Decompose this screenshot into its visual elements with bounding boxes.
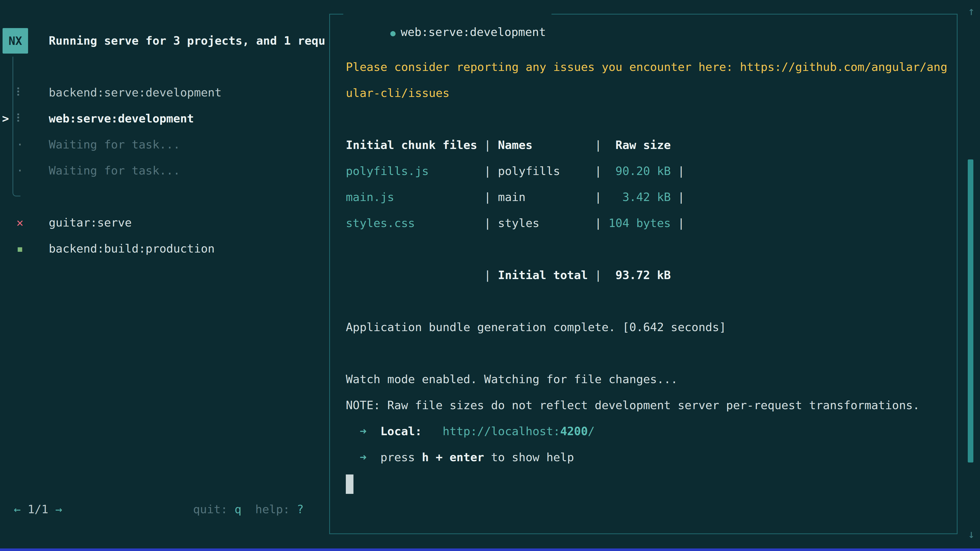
terminal-line: | Initial total | 93.72 kB [346,262,947,288]
text-segment: Please consider reporting any issues you… [346,60,947,74]
text-segment: Raw size [609,138,671,152]
text-segment: 4200 [560,424,588,438]
text-segment: main.js [346,190,484,204]
text-segment: | [595,164,608,178]
text-segment: help: [242,503,297,516]
text-segment: | [484,190,498,204]
text-segment [346,268,484,282]
text-segment: | [595,216,608,230]
output-panel: ●web:serve:development Please consider r… [329,14,958,534]
help-hints: quit: q help: ? [193,503,304,516]
task-label: backend:build:production [49,242,215,256]
text-segment: | [595,138,608,152]
success-icon: ▪ [14,236,25,262]
task-row[interactable]: ·Waiting for task... [0,132,327,158]
bottom-edge-strip [0,548,980,551]
task-row[interactable]: ·Waiting for task... [0,158,327,184]
text-segment [366,451,380,464]
completed-task-list: ✕guitar:serve▪backend:build:production [0,210,327,262]
terminal-line: ➜ press h + enter to show help [346,445,947,470]
text-segment [422,424,442,438]
text-segment: 104 bytes [609,216,671,230]
text-segment: ? [297,503,304,516]
terminal-line: Application bundle generation complete. … [346,314,947,340]
terminal-line: ular-cli/issues [346,80,947,106]
task-label: Waiting for task... [49,164,180,177]
terminal-line [346,340,947,366]
terminal-output: Please consider reporting any issues you… [346,54,947,496]
task-row[interactable]: ▪backend:build:production [0,236,327,262]
task-label: backend:serve:development [49,86,221,99]
text-segment: | [484,216,498,230]
task-list: ⠇backend:serve:development>⠇web:serve:de… [0,79,327,184]
spinner-icon: ⠇ [14,79,25,106]
terminal-line: Initial chunk files | Names | Raw size [346,132,947,158]
task-row[interactable]: ⠇backend:serve:development [0,79,327,106]
pagination[interactable]: ← 1/1 → [14,503,62,516]
scrollbar-thumb[interactable] [968,159,974,462]
selection-caret-icon: > [2,106,9,132]
text-segment: ➜ [360,424,366,438]
pending-dot-icon: · [14,132,25,158]
terminal-line: NOTE: Raw file sizes do not reflect deve… [346,392,947,418]
text-segment: polyfills.js [346,164,484,178]
scroll-down-icon[interactable]: ↓ [965,527,977,542]
text-segment: Initial chunk files [346,138,484,152]
text-segment: main [498,190,595,204]
text-segment: Initial total [498,268,595,282]
text-segment: 1/1 [27,503,48,516]
text-segment: / [588,424,595,438]
text-segment: h + enter [422,451,484,464]
text-segment: Watch mode enabled. Watching for file ch… [346,372,678,386]
text-segment: | [484,164,498,178]
text-segment [346,451,360,464]
text-segment: Application bundle generation complete. … [346,321,726,334]
text-segment: polyfills [498,164,595,178]
pending-dot-icon: · [14,158,25,184]
text-segment: | [484,138,498,152]
text-segment [346,424,360,438]
task-label: Waiting for task... [49,138,180,151]
text-segment: NOTE: Raw file sizes do not reflect deve… [346,399,920,412]
terminal-line [346,470,947,496]
text-segment: q [234,503,242,516]
text-segment: to show help [484,451,574,464]
text-segment: ular-cli/issues [346,86,449,100]
panel-title: ●web:serve:development [343,5,552,23]
text-segment: | [595,268,608,282]
text-segment: | [671,216,684,230]
text-segment: http://localhost: [442,424,560,438]
text-segment: styles [498,216,595,230]
terminal-line [346,288,947,314]
task-label: guitar:serve [49,216,132,229]
scroll-up-icon[interactable]: ↑ [965,3,977,19]
text-segment: | [595,190,608,204]
panel-title-label: web:serve:development [401,25,546,39]
text-segment: | [671,190,684,204]
block-cursor [346,475,353,494]
text-segment: quit: [193,503,235,516]
text-segment: 93.72 kB [609,268,671,282]
text-segment: → [48,503,62,516]
task-row[interactable]: >⠇web:serve:development [0,106,327,132]
task-row[interactable]: ✕guitar:serve [0,210,327,236]
text-segment: Names [498,138,595,152]
text-segment: press [380,451,422,464]
app-title: Running serve for 3 projects, and 1 requ [49,28,326,54]
failed-icon: ✕ [14,210,25,236]
terminal-line: Watch mode enabled. Watching for file ch… [346,366,947,392]
terminal-line: ➜ Local: http://localhost:4200/ [346,418,947,445]
text-segment: Local: [380,424,422,438]
terminal-line: polyfills.js | polyfills | 90.20 kB | [346,158,947,184]
terminal-line [346,106,947,132]
terminal-line: Please consider reporting any issues you… [346,54,947,80]
terminal-line: main.js | main | 3.42 kB | [346,184,947,210]
text-segment: 3.42 kB [609,190,671,204]
text-segment: | [484,268,498,282]
nx-logo: NX [3,28,28,54]
sidebar-footer: ← 1/1 → quit: q help: ? [0,496,329,522]
text-segment: styles.css [346,216,484,230]
terminal-line [346,236,947,262]
text-segment: | [671,164,684,178]
spinner-icon: ⠇ [14,106,25,132]
